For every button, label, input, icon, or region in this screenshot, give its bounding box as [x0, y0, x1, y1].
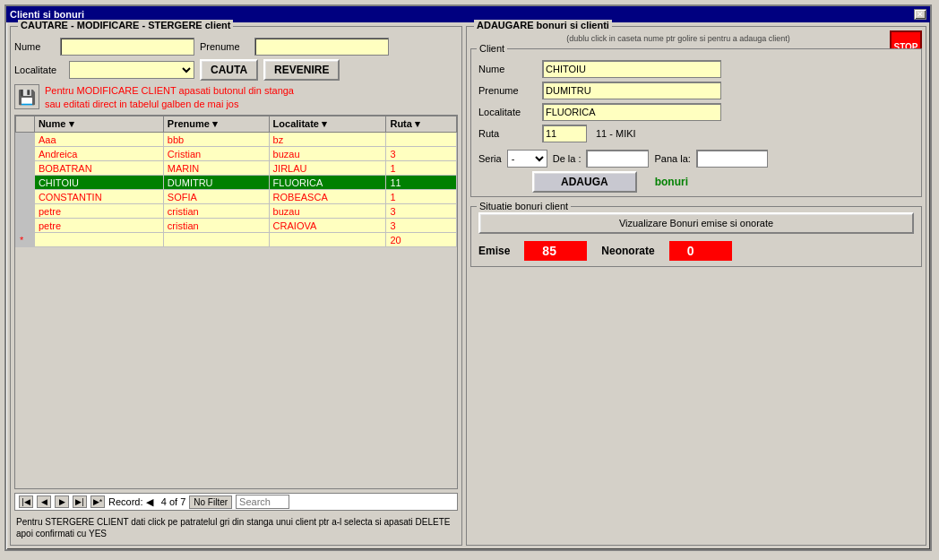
cell-nume: petre	[34, 204, 163, 219]
prenume-label: Prenume	[200, 41, 249, 52]
seria-select[interactable]: -	[507, 150, 547, 168]
cell-ruta: 3	[386, 219, 457, 233]
cell-ruta	[386, 133, 457, 147]
cell-nume: CONSTANTIN	[34, 190, 163, 204]
nume-input[interactable]	[60, 38, 194, 56]
prev-record-btn[interactable]: ◀	[37, 495, 51, 508]
last-record-btn[interactable]: ▶|	[73, 495, 87, 508]
cell-prenume: SOFIA	[163, 190, 269, 204]
first-record-btn[interactable]: |◀	[19, 495, 33, 508]
clients-table: Nume ▾ Prenume ▾ Localitate ▾ Ruta ▾ Aaa…	[15, 116, 457, 247]
row-selector[interactable]	[16, 161, 35, 176]
table-row[interactable]: BOBATRANMARINJIRLAU1	[16, 161, 457, 176]
row-selector[interactable]	[16, 190, 35, 204]
de-la-input[interactable]	[586, 150, 649, 168]
table-container[interactable]: Nume ▾ Prenume ▾ Localitate ▾ Ruta ▾ Aaa…	[14, 115, 458, 489]
localitate-label: Localitate	[14, 65, 64, 75]
emise-label: Emise	[478, 245, 510, 257]
cell-localitate: bz	[269, 133, 386, 147]
pana-la-input[interactable]	[696, 150, 768, 168]
client-ruta-row: Ruta 11 - MIKI	[478, 125, 914, 142]
record-search-input[interactable]	[236, 495, 289, 509]
cell-ruta: 20	[386, 233, 457, 247]
cell-localitate: CRAIOVA	[269, 219, 386, 233]
row-selector[interactable]	[16, 133, 35, 147]
save-icon: 💾	[14, 84, 39, 109]
right-panel: ADAUGARE bonuri si clienti STOP (dublu c…	[466, 26, 926, 546]
window-title: Clienti si bonuri	[10, 9, 84, 20]
client-nume-label: Nume	[478, 64, 537, 74]
client-prenume-input[interactable]	[542, 82, 721, 99]
no-filter-badge: No Filter	[189, 495, 232, 509]
client-prenume-row: Prenume	[478, 82, 914, 99]
client-nume-input[interactable]	[542, 60, 721, 78]
emise-value: 85	[524, 241, 587, 261]
col-header-localitate[interactable]: Localitate ▾	[269, 116, 386, 133]
situatie-section: Situatie bonuri client Vizualizare Bonur…	[470, 206, 922, 267]
row-selector[interactable]	[16, 204, 35, 219]
cell-prenume: cristian	[163, 204, 269, 219]
col-header-prenume[interactable]: Prenume ▾	[163, 116, 269, 133]
cell-prenume: Cristian	[163, 147, 269, 161]
table-row[interactable]: Aaabbbbz	[16, 133, 457, 147]
cell-nume	[34, 233, 163, 247]
left-panel: CAUTARE - MODIFICARE - STERGERE client N…	[10, 26, 462, 546]
client-nume-row: Nume	[478, 60, 914, 78]
cell-ruta: 11	[386, 176, 457, 190]
new-record-btn[interactable]: ▶*	[90, 495, 105, 508]
table-row[interactable]: AndreicaCristianbuzau3	[16, 147, 457, 161]
row-selector[interactable]	[16, 176, 35, 190]
adauga-button[interactable]: ADAUGA	[532, 171, 637, 193]
emise-row: Emise 85 Neonorate 0	[478, 241, 914, 261]
neonorate-value: 0	[669, 241, 732, 261]
cell-prenume: bbb	[163, 133, 269, 147]
adauga-row: ADAUGA bonuri	[478, 171, 914, 193]
client-ruta-label: Ruta	[478, 128, 537, 139]
table-row[interactable]: petrecristianbuzau3	[16, 204, 457, 219]
main-content: CAUTARE - MODIFICARE - STERGERE client N…	[6, 22, 930, 549]
col-header-ruta[interactable]: Ruta ▾	[386, 116, 457, 133]
cell-prenume	[163, 233, 269, 247]
table-row[interactable]: petrecristianCRAIOVA3	[16, 219, 457, 233]
cell-nume: Aaa	[34, 133, 163, 147]
cell-localitate: buzau	[269, 147, 386, 161]
de-la-label: De la :	[553, 153, 581, 164]
cell-nume: Andreica	[34, 147, 163, 161]
cell-nume: petre	[34, 219, 163, 233]
col-header-nume[interactable]: Nume ▾	[34, 116, 163, 133]
client-localitate-input[interactable]	[542, 103, 721, 121]
cell-localitate: FLUORICA	[269, 176, 386, 190]
cell-ruta: 1	[386, 190, 457, 204]
left-panel-title: CAUTARE - MODIFICARE - STERGERE client	[18, 20, 233, 30]
revenire-button[interactable]: REVENIRE	[263, 59, 340, 81]
table-row[interactable]: CHITOIUDUMITRUFLUORICA11	[16, 176, 457, 190]
client-localitate-label: Localitate	[478, 107, 537, 117]
cell-ruta: 1	[386, 161, 457, 176]
record-position: Record: ◀ 4 of 7	[108, 496, 185, 508]
cell-localitate: JIRLAU	[269, 161, 386, 176]
info-row: 💾 Pentru MODIFICARE CLIENT apasati buton…	[14, 84, 458, 111]
cell-localitate	[269, 233, 386, 247]
localitate-select[interactable]	[69, 61, 194, 79]
close-button[interactable]: ✕	[914, 9, 926, 20]
hint-text: (dublu click in caseta nume ptr golire s…	[470, 34, 922, 43]
row-selector[interactable]	[16, 147, 35, 161]
pana-la-label: Pana la:	[654, 153, 690, 164]
localitate-row: Localitate CAUTA REVENIRE	[14, 59, 458, 81]
cell-localitate: ROBEASCA	[269, 190, 386, 204]
client-ruta-input[interactable]	[542, 125, 587, 142]
client-section: Client Nume Prenume Localitate Ruta 11 -…	[470, 48, 922, 197]
next-record-btn[interactable]: ▶	[55, 495, 69, 508]
nume-label: Nume	[14, 41, 55, 52]
client-section-title: Client	[477, 43, 507, 54]
record-bar: |◀ ◀ ▶ ▶| ▶* Record: ◀ 4 of 7 No Filter	[14, 493, 458, 511]
prenume-input[interactable]	[254, 38, 389, 56]
cell-ruta: 3	[386, 147, 457, 161]
table-row[interactable]: *20	[16, 233, 457, 247]
table-row[interactable]: CONSTANTINSOFIAROBEASCA1	[16, 190, 457, 204]
cauta-button[interactable]: CAUTA	[200, 59, 258, 81]
vizualizare-button[interactable]: Vizualizare Bonuri emise si onorate	[478, 212, 914, 234]
row-selector[interactable]	[16, 219, 35, 233]
row-selector[interactable]: *	[16, 233, 35, 247]
cell-prenume: cristian	[163, 219, 269, 233]
